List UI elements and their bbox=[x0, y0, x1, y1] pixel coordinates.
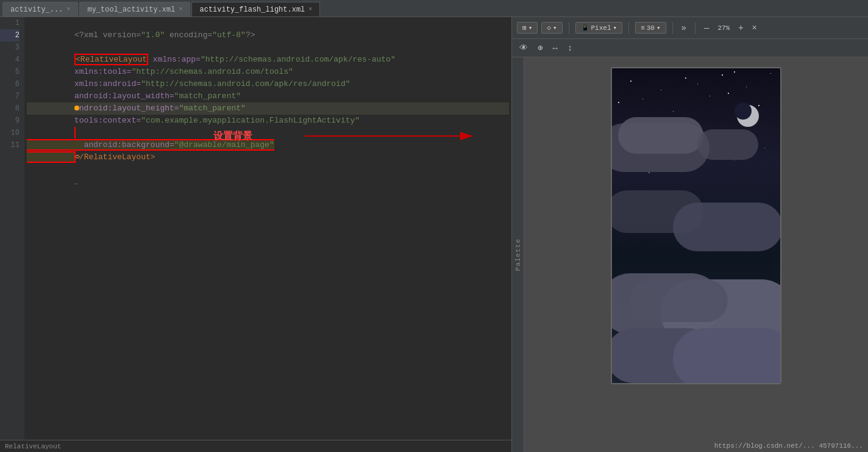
line-num-3: 3 bbox=[0, 41, 20, 54]
code-line-6: android:layout_height="match_parent" bbox=[27, 78, 509, 90]
tab-2[interactable]: my_tool_activity.xml × bbox=[79, 2, 190, 16]
zoom-equals-icon: ≡ bbox=[641, 24, 645, 32]
arrows-v-btn[interactable]: ↕ bbox=[565, 42, 575, 54]
star bbox=[642, 99, 643, 99]
zoom-value: 30 bbox=[647, 24, 655, 32]
phone-mockup bbox=[611, 67, 781, 384]
star bbox=[673, 111, 674, 112]
line-num-10: 10 bbox=[0, 127, 20, 139]
phone-icon: 📱 bbox=[581, 24, 589, 32]
preview-main: Palette bbox=[512, 57, 868, 452]
status-text: RelativeLayout bbox=[5, 443, 61, 450]
star bbox=[734, 71, 735, 73]
device-arrow: ▾ bbox=[613, 24, 617, 32]
watermark: https://blog.csdn.net/... 45797116... bbox=[714, 442, 863, 450]
cloud-upper-center bbox=[618, 117, 703, 154]
marker: _ bbox=[74, 179, 78, 185]
cloud-upper-right bbox=[697, 129, 758, 160]
close-btn[interactable]: × bbox=[750, 22, 760, 34]
line-num-6: 6 bbox=[0, 78, 20, 90]
zoom-out-btn[interactable]: — bbox=[702, 22, 711, 34]
moon bbox=[737, 105, 759, 127]
device-btn[interactable]: 📱 Pixel ▾ bbox=[575, 22, 623, 34]
star bbox=[764, 148, 765, 148]
draw-arrow: ▾ bbox=[553, 24, 557, 32]
tab-2-close[interactable]: × bbox=[179, 6, 182, 13]
tab-3-close[interactable]: × bbox=[308, 6, 312, 13]
code-line-5: android:layout_width="match_parent" bbox=[27, 66, 509, 78]
device-label: Pixel bbox=[591, 24, 611, 32]
editor-panel: 1 2 3 4 5 6 7 8 9 10 11 <?xml version="1… bbox=[0, 17, 512, 452]
layers-icon: ⊞ bbox=[522, 24, 527, 32]
line-num-11: 11 bbox=[0, 139, 20, 151]
code-line-4: xmlns:android="http://schemas.android.co… bbox=[27, 54, 509, 66]
sep3 bbox=[672, 22, 673, 34]
draw-btn[interactable]: ◇ ▾ bbox=[541, 22, 562, 34]
palette-label: Palette bbox=[514, 239, 522, 271]
line-num-5: 5 bbox=[0, 66, 20, 78]
code-line-10: </RelativeLayout> bbox=[27, 127, 509, 139]
code-area: 1 2 3 4 5 6 7 8 9 10 11 <?xml version="1… bbox=[0, 17, 511, 440]
line-num-7: 7 bbox=[0, 90, 20, 102]
line-num-9: 9 bbox=[0, 115, 20, 127]
tab-2-label: my_tool_activity.xml bbox=[87, 5, 175, 14]
preview-panel: ⊞ ▾ ◇ ▾ 📱 Pixel ▾ ≡ 30 bbox=[512, 17, 868, 452]
star bbox=[649, 172, 650, 173]
tab-bar: activity_... × my_tool_activity.xml × ac… bbox=[0, 0, 868, 17]
eye-btn[interactable]: 👁 bbox=[517, 42, 530, 54]
star bbox=[734, 160, 735, 160]
star bbox=[770, 73, 771, 74]
star bbox=[728, 93, 729, 94]
cloud-mid-right bbox=[673, 203, 781, 251]
tab-3[interactable]: activity_flash_light.xml × bbox=[191, 2, 320, 16]
code-line-9 bbox=[27, 115, 509, 127]
star bbox=[722, 74, 723, 76]
more-btn[interactable]: » bbox=[679, 22, 689, 34]
star bbox=[685, 77, 686, 79]
palette-strip: Palette bbox=[512, 57, 524, 452]
zoom-percent: 27% bbox=[717, 24, 730, 32]
star bbox=[710, 96, 710, 96]
sep1 bbox=[569, 22, 569, 34]
layers-arrow: ▾ bbox=[528, 24, 533, 32]
arrows-h-btn[interactable]: ↔ bbox=[550, 42, 560, 54]
cloud-lower-mid bbox=[630, 279, 728, 322]
magnet-btn[interactable]: ⊕ bbox=[535, 41, 545, 54]
star bbox=[661, 90, 661, 90]
tab-1-label: activity_... bbox=[10, 5, 63, 14]
line-num-4: 4 bbox=[0, 54, 20, 66]
star bbox=[630, 81, 631, 82]
code-line-2: <RelativeLayout xmlns:app="http://schema… bbox=[27, 29, 509, 41]
line-numbers: 1 2 3 4 5 6 7 8 9 10 11 bbox=[0, 17, 24, 440]
code-line-1: <?xml version="1.0" encoding="utf-8"?> bbox=[27, 17, 509, 29]
line-num-2: 2 bbox=[0, 29, 20, 41]
main-area: 1 2 3 4 5 6 7 8 9 10 11 <?xml version="1… bbox=[0, 17, 868, 452]
zoom-btn[interactable]: ≡ 30 ▾ bbox=[635, 22, 666, 34]
night-sky bbox=[612, 68, 780, 383]
status-bar: RelativeLayout bbox=[0, 440, 511, 452]
preview-toolbar-1: ⊞ ▾ ◇ ▾ 📱 Pixel ▾ ≡ 30 bbox=[512, 17, 868, 39]
zoom-in-btn[interactable]: + bbox=[736, 22, 745, 34]
star bbox=[746, 87, 747, 87]
cloud-bottom-right bbox=[673, 328, 781, 384]
tab-3-label: activity_flash_light.xml bbox=[199, 5, 305, 14]
star bbox=[697, 84, 698, 84]
layers-btn[interactable]: ⊞ ▾ bbox=[517, 22, 538, 34]
preview-content bbox=[524, 57, 868, 452]
zoom-arrow: ▾ bbox=[656, 24, 661, 32]
tab-1[interactable]: activity_... × bbox=[2, 2, 78, 16]
code-line-3: xmlns:tools="http://schemas.android.com/… bbox=[27, 41, 509, 54]
draw-icon: ◇ bbox=[547, 24, 551, 32]
tab-1-close[interactable]: × bbox=[66, 6, 70, 13]
toolbars: ⊞ ▾ ◇ ▾ 📱 Pixel ▾ ≡ 30 bbox=[512, 17, 868, 57]
star bbox=[618, 102, 619, 103]
line-num-1: 1 bbox=[0, 17, 20, 29]
code-lines[interactable]: <?xml version="1.0" encoding="utf-8"?> <… bbox=[24, 17, 511, 440]
sep4 bbox=[695, 22, 695, 34]
code-line-8[interactable]: android:background="@drawable/main_page"… bbox=[27, 102, 509, 115]
code-line-7: tools:context="com.example.myapplication… bbox=[27, 90, 509, 102]
preview-toolbar-2: 👁 ⊕ ↔ ↕ bbox=[512, 39, 868, 57]
line-num-8: 8 bbox=[0, 102, 20, 115]
sep2 bbox=[628, 22, 629, 34]
code-line-11 bbox=[27, 139, 509, 151]
